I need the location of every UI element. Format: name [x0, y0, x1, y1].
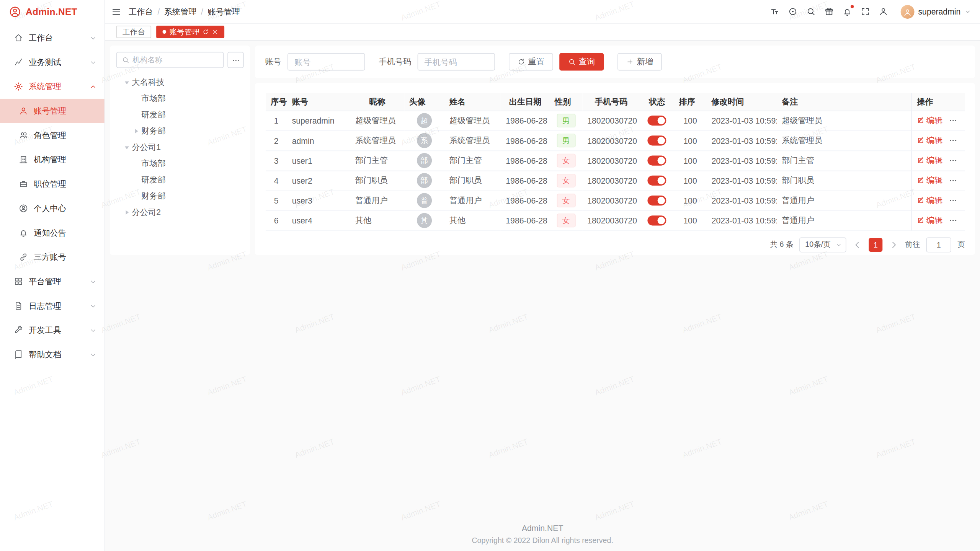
sidebar-item-log-management[interactable]: 日志管理 — [0, 293, 105, 318]
link-icon — [19, 253, 28, 262]
row-more-icon[interactable] — [949, 176, 957, 185]
tree-node[interactable]: 大名科技 — [116, 74, 244, 90]
sidebar-item-org-management[interactable]: 机构管理 — [0, 147, 105, 172]
status-toggle[interactable] — [648, 176, 666, 186]
tree-node[interactable]: 财务部 — [116, 188, 244, 204]
sidebar-item-notice[interactable]: 通知公告 — [0, 220, 105, 245]
reset-button[interactable]: 重置 — [509, 53, 553, 71]
user-menu[interactable]: superadmin — [901, 5, 971, 18]
query-button[interactable]: 查询 — [559, 53, 604, 71]
tab-workbench[interactable]: 工作台 — [116, 26, 151, 38]
tab-account-management[interactable]: 账号管理 — [156, 26, 224, 38]
total-count: 共 6 条 — [770, 239, 793, 250]
sidebar-item-dev-tools[interactable]: 开发工具 — [0, 318, 105, 342]
cell-name: 普通用户 — [444, 191, 501, 210]
cell-birth-date: 1986-06-28 — [501, 150, 550, 170]
edit-button[interactable]: 编辑 — [917, 155, 942, 166]
row-more-icon[interactable] — [949, 156, 957, 165]
sidebar-item-help-docs[interactable]: 帮助文档 — [0, 342, 105, 367]
breadcrumb-item[interactable]: 系统管理 — [153, 6, 197, 17]
tree-caret-icon[interactable] — [132, 127, 140, 135]
sidebar-item-workbench[interactable]: 工作台 — [0, 26, 105, 50]
prev-page-icon[interactable] — [853, 240, 862, 249]
org-more-button[interactable] — [227, 52, 243, 68]
avatar[interactable] — [901, 5, 915, 18]
cell-nickname: 超级管理员 — [350, 111, 404, 130]
app-logo[interactable]: Admin.NET — [0, 0, 105, 23]
row-more-icon[interactable] — [949, 136, 957, 145]
refresh-icon — [518, 58, 525, 66]
column-header: 姓名 — [444, 93, 501, 111]
org-search-input[interactable] — [132, 55, 218, 64]
cell-nickname: 普通用户 — [350, 191, 404, 210]
header-tools — [770, 7, 889, 16]
user-icon[interactable] — [879, 7, 888, 16]
sidebar-item-platform-management[interactable]: 平台管理 — [0, 269, 105, 294]
grid-icon — [14, 277, 23, 286]
username[interactable]: superadmin — [918, 7, 960, 16]
target-icon[interactable] — [788, 7, 797, 16]
cell-phone: 18020030720 — [582, 111, 640, 130]
sidebar-item-account-management[interactable]: 账号管理 — [0, 99, 105, 123]
edit-button[interactable]: 编辑 — [917, 175, 942, 186]
sidebar-item-position-management[interactable]: 职位管理 — [0, 172, 105, 196]
breadcrumb-item[interactable]: 工作台 — [129, 6, 153, 17]
status-toggle[interactable] — [648, 196, 666, 205]
fullscreen-icon[interactable] — [861, 7, 870, 16]
tree-node[interactable]: 研发部 — [116, 172, 244, 188]
next-page-icon[interactable] — [889, 240, 899, 249]
sidebar-item-third-party-account[interactable]: 三方账号 — [0, 245, 105, 269]
chevron-icon — [89, 59, 97, 66]
tree-node[interactable]: 研发部 — [116, 107, 244, 123]
search-icon[interactable] — [806, 7, 815, 16]
breadcrumb-item[interactable]: 账号管理 — [197, 6, 240, 17]
goto-page-input[interactable] — [926, 237, 951, 252]
status-toggle[interactable] — [648, 156, 666, 166]
notification-bell-icon[interactable] — [843, 7, 852, 16]
cell-account: user2 — [287, 171, 350, 191]
avatar: 系 — [417, 133, 432, 148]
sidebar-item-business-test[interactable]: 业务测试 — [0, 50, 105, 75]
org-search-box[interactable] — [116, 52, 224, 68]
cell-gender: 女 — [550, 191, 582, 210]
tree-node[interactable]: 分公司2 — [116, 204, 244, 220]
tree-caret-icon[interactable] — [122, 143, 131, 152]
edit-button[interactable]: 编辑 — [917, 195, 942, 206]
row-more-icon[interactable] — [949, 196, 957, 205]
tree-node[interactable]: 财务部 — [116, 123, 244, 139]
phone-filter-input[interactable] — [418, 53, 495, 71]
tree-node[interactable]: 分公司1 — [116, 139, 244, 155]
sidebar-item-role-management[interactable]: 角色管理 — [0, 123, 105, 148]
edit-button[interactable]: 编辑 — [917, 215, 942, 226]
tree-node-label: 财务部 — [141, 191, 166, 202]
edit-button-label: 编辑 — [926, 115, 942, 126]
column-header: 备注 — [777, 93, 911, 111]
font-size-icon[interactable] — [770, 7, 779, 16]
edit-button-label: 编辑 — [926, 135, 942, 146]
tab-refresh-icon[interactable] — [203, 29, 209, 35]
tree-caret-icon[interactable] — [122, 78, 131, 87]
sidebar-item-personal-center[interactable]: 个人中心 — [0, 196, 105, 221]
add-button[interactable]: 新增 — [617, 53, 662, 71]
cell-index: 2 — [266, 130, 287, 150]
status-toggle[interactable] — [648, 116, 666, 126]
status-toggle[interactable] — [648, 136, 666, 146]
edit-button[interactable]: 编辑 — [917, 115, 942, 126]
tree-caret-icon[interactable] — [122, 208, 131, 217]
row-more-icon[interactable] — [949, 216, 957, 225]
page-number-current[interactable]: 1 — [869, 238, 882, 251]
hamburger-menu-icon[interactable] — [111, 7, 121, 16]
cell-name: 部门职员 — [444, 171, 501, 191]
tab-close-icon[interactable] — [212, 29, 218, 35]
top-header: 工作台 系统管理 账号管理 — [105, 0, 980, 23]
gift-theme-icon[interactable] — [825, 7, 834, 16]
tree-node[interactable]: 市场部 — [116, 91, 244, 107]
user-chevron-down-icon[interactable] — [964, 8, 971, 15]
sidebar-item-system-management[interactable]: 系统管理 — [0, 74, 105, 99]
account-filter-input[interactable] — [287, 53, 365, 71]
tree-node[interactable]: 市场部 — [116, 156, 244, 172]
row-more-icon[interactable] — [949, 116, 957, 125]
page-size-select[interactable]: 10条/页 — [800, 237, 846, 252]
status-toggle[interactable] — [648, 216, 666, 226]
edit-button[interactable]: 编辑 — [917, 135, 942, 146]
